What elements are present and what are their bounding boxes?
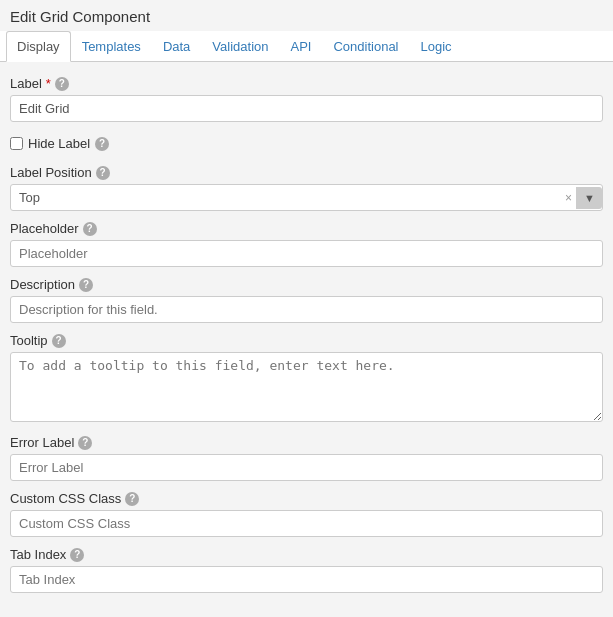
tab-conditional[interactable]: Conditional (322, 31, 409, 62)
label-position-value: Top (11, 185, 561, 210)
custom-css-label: Custom CSS Class ? (10, 491, 603, 506)
tabs-bar: Display Templates Data Validation API Co… (0, 31, 613, 62)
label-position-label: Label Position ? (10, 165, 603, 180)
tab-index-help-icon: ? (70, 548, 84, 562)
placeholder-group: Placeholder ? (10, 215, 603, 271)
description-label: Description ? (10, 277, 603, 292)
hide-label-checkbox[interactable] (10, 137, 23, 150)
custom-css-help-icon: ? (125, 492, 139, 506)
page-title: Edit Grid Component (0, 0, 613, 31)
tab-index-label: Tab Index ? (10, 547, 603, 562)
tab-index-input[interactable] (10, 566, 603, 593)
label-position-help-icon: ? (96, 166, 110, 180)
description-help-icon: ? (79, 278, 93, 292)
custom-css-group: Custom CSS Class ? (10, 485, 603, 541)
label-position-group: Label Position ? Top × ▼ (10, 159, 603, 215)
description-input[interactable] (10, 296, 603, 323)
custom-css-input[interactable] (10, 510, 603, 537)
error-label-help-icon: ? (78, 436, 92, 450)
placeholder-input[interactable] (10, 240, 603, 267)
tab-display[interactable]: Display (6, 31, 71, 62)
select-dropdown-icon[interactable]: ▼ (576, 187, 602, 209)
label-input[interactable] (10, 95, 603, 122)
tab-logic[interactable]: Logic (410, 31, 463, 62)
form-body: Label * ? Hide Label ? Label Position ? … (0, 62, 613, 605)
tab-api[interactable]: API (279, 31, 322, 62)
tooltip-label: Tooltip ? (10, 333, 603, 348)
tab-validation[interactable]: Validation (201, 31, 279, 62)
label-group: Label * ? (10, 70, 603, 126)
hide-label-text: Hide Label (28, 136, 90, 151)
label-position-select[interactable]: Top × ▼ (10, 184, 603, 211)
tab-data[interactable]: Data (152, 31, 201, 62)
tab-templates[interactable]: Templates (71, 31, 152, 62)
hide-label-help-icon: ? (95, 137, 109, 151)
placeholder-label: Placeholder ? (10, 221, 603, 236)
error-label-group: Error Label ? (10, 429, 603, 485)
tooltip-help-icon: ? (52, 334, 66, 348)
select-clear-icon[interactable]: × (561, 191, 576, 205)
hide-label-group: Hide Label ? (10, 126, 603, 159)
tooltip-group: Tooltip ? (10, 327, 603, 429)
label-help-icon: ? (55, 77, 69, 91)
tooltip-textarea[interactable] (10, 352, 603, 422)
placeholder-help-icon: ? (83, 222, 97, 236)
error-label-label: Error Label ? (10, 435, 603, 450)
label-field-label: Label * ? (10, 76, 603, 91)
description-group: Description ? (10, 271, 603, 327)
error-label-input[interactable] (10, 454, 603, 481)
tab-index-group: Tab Index ? (10, 541, 603, 597)
